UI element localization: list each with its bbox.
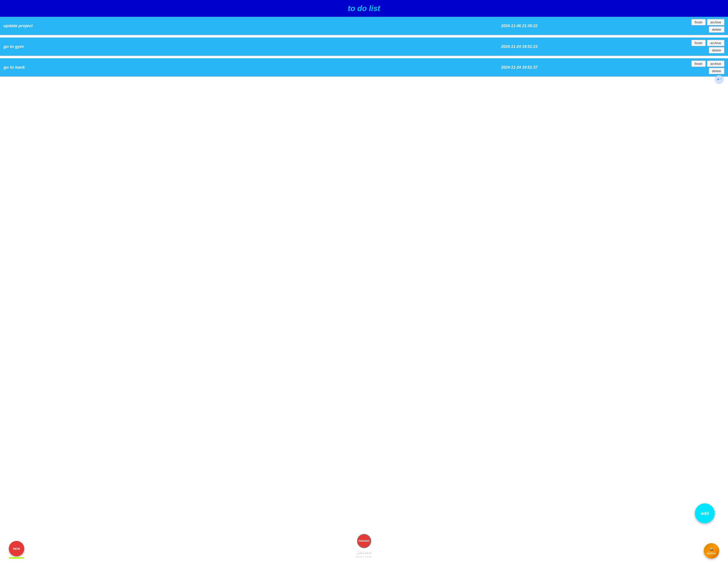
archive-bottom-label: Archive <box>707 552 716 555</box>
green-bar-indicator <box>9 557 24 559</box>
delete-button-1[interactable]: delete <box>709 26 724 33</box>
todo-title-3: go to bank <box>4 65 347 70</box>
finish-button-1[interactable]: finish <box>691 19 706 25</box>
finish-button-3[interactable]: finish <box>691 60 706 67</box>
helper-icon: ✦⁺ <box>715 75 724 84</box>
archive-button-2[interactable]: archive <box>707 40 724 46</box>
delete-button-3[interactable]: delete <box>709 68 724 74</box>
archive-button-1[interactable]: archive <box>707 19 724 25</box>
todo-actions-1: finish archive delete <box>691 19 724 33</box>
todo-date-1: 2024-11-06 21:39:22 <box>347 24 691 28</box>
archive-bottom-button[interactable]: 📦 Archive <box>704 543 719 559</box>
todo-item-2: go to gym 2024-11-24 19:51:23 finish arc… <box>0 38 728 56</box>
archive-icon: 📦 <box>709 547 714 552</box>
bottom-logo: FINISHED مستقل most.com <box>356 534 372 559</box>
todo-title-2: go to gym <box>4 44 347 49</box>
logo-subtext: most.com <box>356 555 372 559</box>
page-header: to do list <box>0 0 728 17</box>
archive-button-3[interactable]: archive <box>707 60 724 67</box>
todo-date-2: 2024-11-24 19:51:23 <box>347 44 691 49</box>
new-button-container: NEW <box>9 541 24 559</box>
delete-button-2[interactable]: delete <box>709 47 724 53</box>
sparkle-icon: ✦⁺ <box>717 77 722 82</box>
todo-title-1: update project <box>4 23 347 28</box>
todo-item-3: go to bank 2024-11-24 19:51:37 finish ar… <box>0 58 728 77</box>
todo-list: update project 2024-11-06 21:39:22 finis… <box>0 17 728 77</box>
bottom-bar: NEW FINISHED مستقل most.com 📦 Archive <box>0 532 728 563</box>
add-fab-button[interactable]: add <box>695 503 715 523</box>
new-button[interactable]: NEW <box>9 541 24 556</box>
todo-actions-3: finish archive delete <box>691 60 724 74</box>
logo-text: مستقل <box>356 550 372 555</box>
todo-date-3: 2024-11-24 19:51:37 <box>347 65 691 70</box>
todo-actions-2: finish archive delete <box>691 40 724 53</box>
todo-item-1: update project 2024-11-06 21:39:22 finis… <box>0 17 728 35</box>
page-title: to do list <box>0 4 728 13</box>
finished-label: FINISHED <box>359 540 370 542</box>
finish-button-2[interactable]: finish <box>691 40 706 46</box>
finished-badge: FINISHED <box>357 534 371 548</box>
